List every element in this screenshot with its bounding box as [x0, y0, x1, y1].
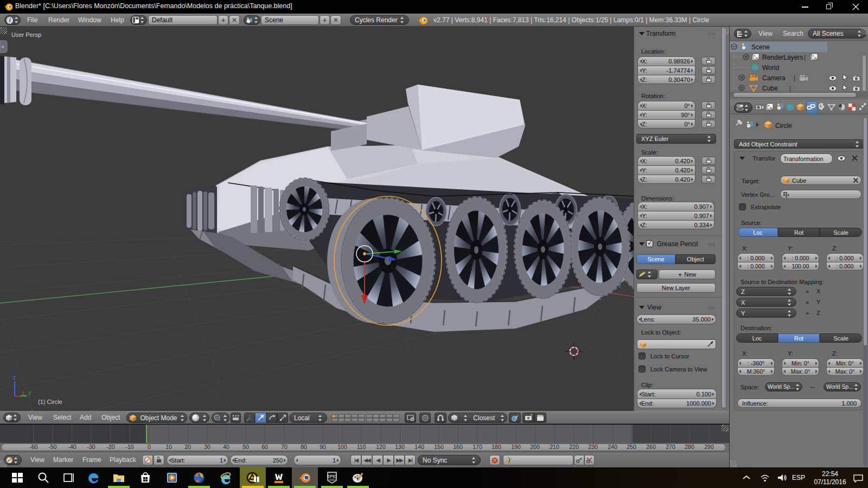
svg-text:User Persp: User Persp: [11, 31, 41, 38]
svg-text:z: z: [13, 375, 16, 381]
svg-text:x: x: [22, 390, 24, 396]
svg-text:(1) Circle: (1) Circle: [38, 399, 62, 405]
svg-text:+: +: [1, 43, 4, 50]
svg-text:EPIC: EPIC: [327, 474, 337, 479]
svg-text:GAMES: GAMES: [328, 479, 336, 481]
svg-text:y: y: [28, 390, 31, 396]
